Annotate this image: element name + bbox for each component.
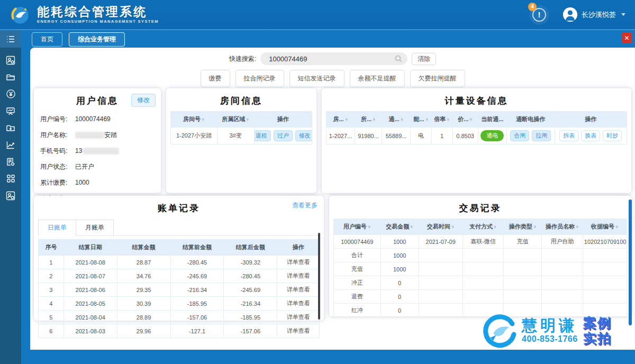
dev-rate-cell: 1 (431, 128, 452, 144)
trans-time-cell (419, 290, 462, 304)
trans-method-cell (462, 304, 504, 317)
replace-meter-button[interactable]: 换表 (581, 130, 600, 141)
trans-operator-cell (542, 290, 583, 304)
view-more-link[interactable]: 查看更多 (292, 201, 318, 210)
bill-seq-cell: 4 (39, 297, 64, 311)
open-switch-button[interactable]: 拉闸 (532, 130, 551, 141)
sidebar (0, 30, 21, 364)
bill-after-cell: -185.95 (224, 311, 277, 324)
bill-table-scrollbar[interactable] (318, 233, 320, 320)
user-info-panel: 用户信息 修改 用户编号:1000074469 用户名称:安踏 手机号码:13 … (34, 88, 161, 193)
sort-icon: ▲▼ (202, 118, 205, 121)
bill-date-cell: 2021-08-07 (64, 269, 117, 283)
pay-button[interactable]: 缴费 (201, 70, 230, 87)
trans-receipt-cell (583, 304, 627, 317)
bill-col-after: 结算后金额 (224, 240, 277, 256)
trans-col-operator[interactable]: 操作员名称▲▼ (542, 219, 583, 235)
switch-records-button[interactable]: 拉合闸记录 (235, 70, 284, 87)
remove-meter-button[interactable]: 拆表 (559, 130, 578, 141)
bill-seq-cell: 2 (39, 269, 64, 283)
trans-col-user-no[interactable]: 用户编号▲▼ (334, 219, 381, 235)
trans-amount-cell: 0 (380, 304, 419, 317)
bill-detail-link[interactable]: 详单查看 (277, 297, 320, 311)
sidebar-item-payment[interactable] (0, 86, 21, 102)
dev-col-price[interactable]: 价...▲▼ (452, 112, 478, 128)
sidebar-item-apps[interactable] (0, 170, 21, 187)
trans-col-amount[interactable]: 交易金额▲▼ (380, 219, 419, 235)
modify-room-button[interactable]: 修改 (295, 130, 312, 141)
nav-tabbar: 首页 综合业务管理 ✕ (21, 31, 635, 48)
sidebar-item-statistics[interactable] (0, 136, 21, 153)
bill-detail-link[interactable]: 详单查看 (277, 256, 320, 269)
transaction-table-row: 退费 0 (334, 290, 627, 304)
bill-date-cell: 2021-08-08 (64, 256, 117, 269)
trans-col-method[interactable]: 支付方式▲▼ (462, 219, 504, 235)
dev-col-energy[interactable]: 能...▲▼ (411, 112, 432, 128)
dev-col-comm[interactable]: 通...▲▼ (382, 112, 411, 128)
bill-date-cell: 2021-08-05 (64, 297, 117, 311)
trans-operator-cell (542, 262, 583, 276)
user-settings-icon (6, 56, 15, 65)
bill-detail-link[interactable]: 详单查看 (277, 283, 320, 297)
sidebar-item-folder[interactable] (0, 69, 21, 85)
search-input[interactable] (260, 52, 407, 65)
masked-phone (83, 148, 119, 154)
bill-table-row: 3 2021-08-06 29.35 -216.34 -245.69 详单查看 (39, 283, 320, 297)
room-col-room[interactable]: 房间号▲▼ (171, 112, 217, 128)
bill-before-cell: -157.06 (170, 311, 224, 324)
tab-business-management[interactable]: 综合业务管理 (69, 32, 125, 47)
bill-date-cell: 2021-08-03 (64, 324, 117, 338)
bill-after-cell: -157.06 (224, 324, 277, 338)
dev-col-belong[interactable]: 所...▲▼ (355, 112, 382, 128)
trans-method-cell (462, 262, 504, 276)
trans-type-cell (504, 276, 542, 290)
cancel-lease-button[interactable]: 退租 (254, 130, 271, 141)
bill-detail-link[interactable]: 详单查看 (277, 324, 320, 338)
dev-col-room[interactable]: 房...▲▼ (326, 112, 355, 128)
user-menu[interactable]: 长沙溪悦荟 (563, 7, 625, 22)
trans-receipt-cell (583, 249, 627, 262)
sidebar-item-user-settings[interactable] (0, 52, 21, 68)
phone-value: 13 (75, 147, 82, 154)
close-switch-button[interactable]: 合闸 (510, 130, 529, 141)
notification-button[interactable]: ! 4 (529, 5, 549, 25)
bill-detail-link[interactable]: 详单查看 (277, 269, 320, 283)
sidebar-item-menu[interactable] (0, 30, 21, 48)
trans-col-time[interactable]: 交易时间▲▼ (419, 219, 462, 235)
trans-col-type[interactable]: 操作类型▲▼ (504, 219, 542, 235)
sidebar-item-user-settings-alt[interactable] (0, 187, 21, 204)
tab-daily-bills[interactable]: 日账单 (38, 220, 76, 236)
tab-home[interactable]: 首页 (32, 32, 62, 47)
notification-badge: 4 (528, 3, 537, 11)
bill-detail-link[interactable]: 详单查看 (277, 311, 320, 324)
tab-monthly-bills[interactable]: 月账单 (76, 220, 114, 235)
clear-search-button[interactable]: 清除 (412, 53, 436, 65)
close-icon[interactable]: ✕ (622, 33, 632, 43)
dev-col-rate[interactable]: 倍率▲▼ (431, 112, 452, 128)
trans-amount-cell: 1000 (380, 249, 419, 262)
transfer-button[interactable]: 过户 (274, 130, 293, 141)
total-paid-label: 累计缴费: (40, 178, 75, 187)
dev-price-cell: 0.8503 (452, 128, 478, 144)
sidebar-item-dashboard[interactable] (0, 103, 21, 119)
trans-amount-cell: 0 (380, 276, 419, 290)
room-col-area[interactable]: 所属区域▲▼ (217, 112, 254, 128)
sidebar-item-report-settings[interactable] (0, 153, 21, 170)
bill-amount-cell: 28.89 (117, 311, 170, 324)
arrears-alert-button[interactable]: 欠费拉闸提醒 (410, 70, 465, 87)
low-balance-alert-button[interactable]: 余额不足提醒 (350, 70, 405, 87)
transaction-table-row: 合计 1000 (334, 249, 627, 262)
dev-belong-cell: 91980... (355, 128, 382, 144)
sort-icon: ▲▼ (615, 225, 619, 229)
trans-user-no-cell: 红冲 (334, 304, 381, 317)
timed-read-button[interactable]: 时抄 (603, 130, 622, 141)
sidebar-item-import[interactable] (0, 120, 21, 136)
room-area-cell: 3#变 (217, 128, 254, 144)
bill-table: 序号 结算日期 结算金额 结算前金额 结算后金额 操作 1 2021-08-08… (38, 239, 320, 338)
trans-col-receipt[interactable]: 收据编号▲▼ (583, 219, 627, 235)
sort-icon: ▲▼ (246, 118, 249, 121)
edit-user-button[interactable]: 修改 (131, 94, 156, 107)
trans-time-cell (419, 249, 462, 262)
sms-records-button[interactable]: 短信发送记录 (289, 70, 344, 87)
page-scrollbar[interactable] (629, 199, 632, 325)
